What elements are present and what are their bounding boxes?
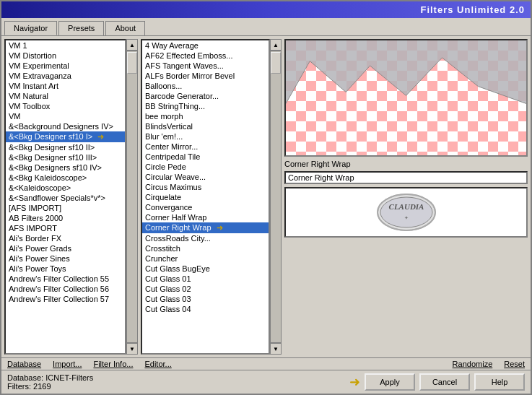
list-item[interactable]: Ali's Power Toys <box>6 264 125 274</box>
list-item[interactable]: AFS IMPORT <box>6 223 125 233</box>
list-item[interactable]: BlindsVertical <box>142 121 269 131</box>
list-item[interactable]: Crosstitch <box>142 243 269 253</box>
list-item[interactable]: &<Bkg Designer sf10 III> <box>6 152 125 162</box>
middle-scroll-down[interactable]: ▼ <box>270 343 282 355</box>
action-buttons: ➜ Apply Cancel Help <box>349 373 525 391</box>
logo-area: CLAUDIA ✦ <box>284 187 528 238</box>
middle-panel: 4 Way AverageAF62 Effected Emboss...AFS … <box>141 39 282 355</box>
list-item[interactable]: VM Toolbox <box>6 101 125 111</box>
list-item[interactable]: VM Natural <box>6 91 125 101</box>
apply-arrow-icon: ➜ <box>349 374 360 390</box>
list-item[interactable]: Corner Right Wrap ➜ <box>142 222 269 233</box>
list-item[interactable]: Circular Weave... <box>142 172 269 182</box>
import-button[interactable]: Import... <box>50 360 84 368</box>
list-item[interactable]: Cut Glass BugEye <box>142 264 269 274</box>
list-item[interactable]: VM Distortion <box>6 51 125 61</box>
left-scroll-down[interactable]: ▼ <box>126 343 138 355</box>
list-item[interactable]: Andrew's Filter Collection 57 <box>6 294 125 304</box>
list-item[interactable]: Blur 'em!... <box>142 131 269 142</box>
middle-scrollbar[interactable]: ▲ ▼ <box>270 39 282 355</box>
list-item[interactable]: Barcode Generator... <box>142 91 269 101</box>
list-item[interactable]: bee morph <box>142 111 269 121</box>
list-item[interactable]: Centripedal Tile <box>142 152 269 162</box>
main-content: VM 1VM DistortionVM ExperimentalVM Extra… <box>1 36 531 357</box>
database-status-label: Database: <box>7 373 43 382</box>
list-item[interactable]: &<Bkg Kaleidoscope> <box>6 173 125 183</box>
apply-button[interactable]: Apply <box>365 373 415 391</box>
filter-name-row: Corner Right Wrap <box>284 160 528 168</box>
list-item[interactable]: Andrew's Filter Collection 56 <box>6 284 125 294</box>
filters-status-value: 2169 <box>33 382 51 391</box>
help-button[interactable]: Help <box>474 373 525 391</box>
randomize-button[interactable]: Randomize <box>450 360 496 368</box>
list-item[interactable]: 4 Way Average <box>142 40 269 51</box>
list-item[interactable]: Center Mirror... <box>142 142 269 152</box>
svg-text:✦: ✦ <box>404 215 409 220</box>
list-item[interactable]: AFS Tangent Waves... <box>142 61 269 71</box>
list-item[interactable]: [AFS IMPORT] <box>6 203 125 213</box>
list-item[interactable]: Circle Pede <box>142 162 269 172</box>
list-item[interactable]: Cruncher <box>142 253 269 264</box>
list-item[interactable]: AB Filters 2000 <box>6 213 125 223</box>
list-item[interactable]: Cut Glass 02 <box>142 284 269 294</box>
list-item[interactable]: VM 1 <box>6 40 125 51</box>
logo-svg: CLAUDIA ✦ <box>374 191 439 234</box>
list-item[interactable]: &<Background Designers IV> <box>6 121 125 131</box>
middle-scroll-thumb[interactable] <box>271 52 281 74</box>
tab-navigator[interactable]: Navigator <box>4 21 57 35</box>
left-scroll-track[interactable] <box>126 51 138 343</box>
editor-button[interactable]: Editor... <box>141 360 174 368</box>
filter-name-label: Corner Right Wrap <box>284 160 351 168</box>
list-item[interactable]: BB StringThing... <box>142 101 269 111</box>
list-item[interactable]: &<Bkg Designer sf10 I> ➜ <box>6 131 125 142</box>
list-item[interactable]: Cut Glass 04 <box>142 304 269 314</box>
list-item[interactable]: VM <box>6 111 125 121</box>
list-item[interactable]: Ali's Border FX <box>6 233 125 243</box>
list-item[interactable]: Cut Glass 01 <box>142 274 269 284</box>
filter-list[interactable]: 4 Way AverageAF62 Effected Emboss...AFS … <box>141 39 270 355</box>
list-item[interactable]: VM Extravaganza <box>6 71 125 81</box>
filter-list-container: 4 Way AverageAF62 Effected Emboss...AFS … <box>141 39 282 355</box>
left-list-container: VM 1VM DistortionVM ExperimentalVM Extra… <box>4 39 138 355</box>
left-scroll-up[interactable]: ▲ <box>126 39 138 51</box>
list-item[interactable]: Andrew's Filter Collection 55 <box>6 274 125 284</box>
list-item[interactable]: &<Kaleidoscope> <box>6 183 125 193</box>
filter-info-button[interactable]: Filter Info... <box>90 360 136 368</box>
status-bar: Database: ICNET-Filters Filters: 2169 ➜ … <box>1 370 531 394</box>
list-item[interactable]: Balloons... <box>142 81 269 91</box>
middle-scroll-track[interactable] <box>270 51 282 343</box>
list-item[interactable]: CrossRoads City... <box>142 233 269 243</box>
left-scroll-thumb[interactable] <box>127 52 137 74</box>
right-panel: Corner Right Wrap CLAUDIA ✦ <box>284 39 528 355</box>
database-status-value: ICNET-Filters <box>45 373 93 382</box>
left-panel: VM 1VM DistortionVM ExperimentalVM Extra… <box>4 39 138 355</box>
cancel-button[interactable]: Cancel <box>419 373 470 391</box>
list-item[interactable]: Cut Glass 03 <box>142 294 269 304</box>
category-list[interactable]: VM 1VM DistortionVM ExperimentalVM Extra… <box>4 39 126 355</box>
tab-about[interactable]: About <box>105 21 145 35</box>
tab-presets[interactable]: Presets <box>58 21 104 35</box>
database-status: Database: ICNET-Filters <box>7 373 93 382</box>
list-item[interactable]: VM Instant Art <box>6 81 125 91</box>
filter-name-input[interactable] <box>284 171 528 184</box>
filter-name-input-row <box>284 171 528 184</box>
list-item[interactable]: &<Bkg Designer sf10 II> <box>6 142 125 152</box>
list-item[interactable]: VM Experimental <box>6 61 125 71</box>
list-item[interactable]: &<Bkg Designers sf10 IV> <box>6 162 125 173</box>
list-item[interactable]: Ali's Power Sines <box>6 253 125 264</box>
list-item[interactable]: Cirquelate <box>142 192 269 202</box>
tabs-row: Navigator Presets About <box>1 18 531 36</box>
left-scrollbar[interactable]: ▲ ▼ <box>126 39 138 355</box>
list-item[interactable]: Circus Maximus <box>142 182 269 192</box>
list-item[interactable]: &<Sandflower Specials*v*> <box>6 193 125 203</box>
list-item[interactable]: Corner Half Wrap <box>142 212 269 222</box>
list-item[interactable]: Ali's Power Grads <box>6 243 125 253</box>
middle-scroll-up[interactable]: ▲ <box>270 39 282 51</box>
bottom-toolbar: Database Import... Filter Info... Editor… <box>1 357 531 370</box>
preview-area <box>284 39 528 157</box>
reset-button[interactable]: Reset <box>501 360 528 368</box>
database-button[interactable]: Database <box>4 360 44 368</box>
list-item[interactable]: AF62 Effected Emboss... <box>142 51 269 61</box>
list-item[interactable]: ALFs Border Mirror Bevel <box>142 71 269 81</box>
list-item[interactable]: Convergance <box>142 202 269 212</box>
